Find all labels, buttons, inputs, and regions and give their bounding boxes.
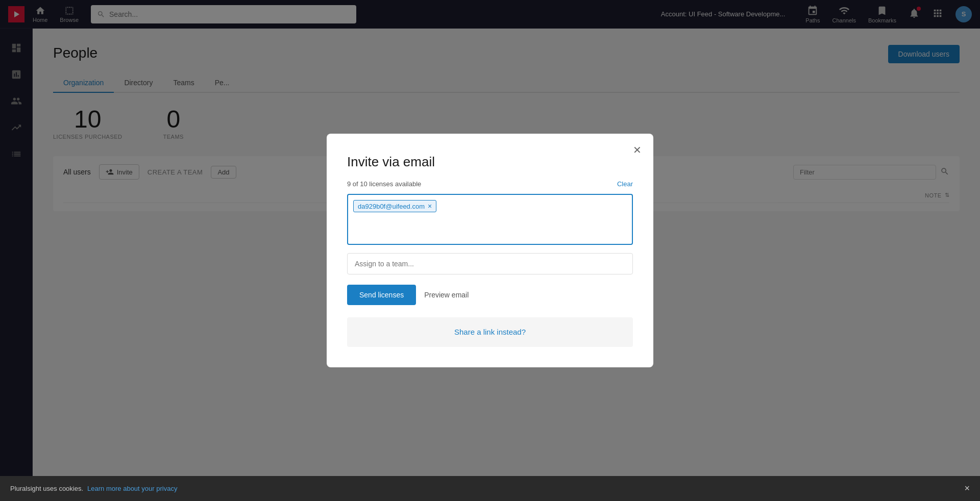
modal-title: Invite via email [347,154,633,170]
licenses-available-text: 9 of 10 licenses available [347,180,421,188]
modal-actions: Send licenses Preview email [347,285,633,305]
cookie-privacy-link[interactable]: Learn more about your privacy [87,485,177,492]
send-licenses-button[interactable]: Send licenses [347,285,416,305]
team-assign-input[interactable] [347,253,633,274]
invite-modal: ✕ Invite via email 9 of 10 licenses avai… [327,134,653,367]
licenses-row: 9 of 10 licenses available Clear [347,180,633,188]
share-link-button[interactable]: Share a link instead? [454,328,526,336]
modal-overlay[interactable]: ✕ Invite via email 9 of 10 licenses avai… [0,0,980,501]
cookie-text: Pluralsight uses cookies. [10,485,83,492]
email-tag: da929b0f@uifeed.com × [353,200,436,212]
modal-close-button[interactable]: ✕ [629,142,645,158]
cookie-close-button[interactable]: × [964,483,970,494]
email-input-area[interactable]: da929b0f@uifeed.com × [347,194,633,245]
email-tag-remove-button[interactable]: × [428,202,432,210]
cookie-banner: Pluralsight uses cookies. Learn more abo… [0,476,980,501]
share-link-section: Share a link instead? [347,317,633,347]
clear-button[interactable]: Clear [617,180,633,188]
email-tag-address: da929b0f@uifeed.com [358,203,425,210]
preview-email-button[interactable]: Preview email [424,291,469,299]
